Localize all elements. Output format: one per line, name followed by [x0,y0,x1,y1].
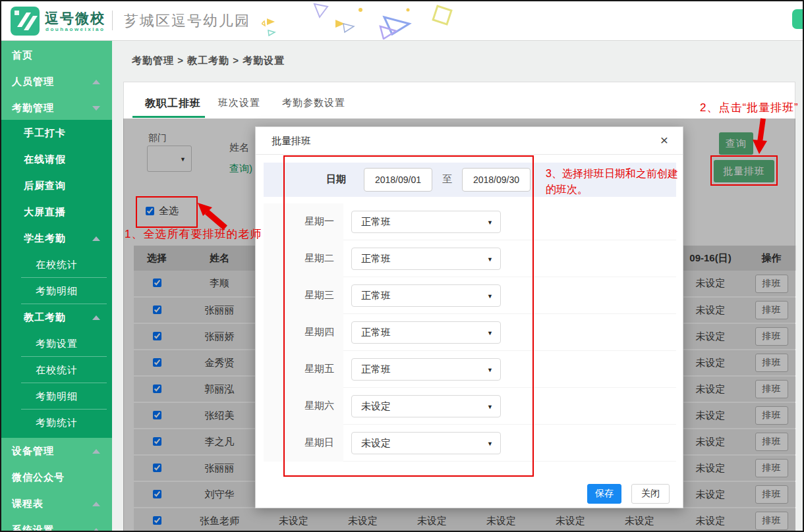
sidebar-item-label: 课程表 [12,498,43,509]
chevron-up-icon [92,528,100,532]
sidebar-item-label: 教工考勤 [24,311,66,323]
sidebar-item-personnel[interactable]: 人员管理 [1,68,112,95]
sidebar-item-student-attendance-detail[interactable]: 考勤明细 [1,278,112,304]
sidebar-submenu: 手工打卡 在线请假 后厨查询 大屏直播 学生考勤 在校统计 考勤明细 教工考勤 … [1,120,112,438]
tab-staff-scheduling[interactable]: 教职工排班 [145,97,201,111]
sidebar-item-staff-attendance-stats[interactable]: 考勤统计 [1,410,112,436]
chevron-up-icon [92,502,100,506]
annotation-step2-text: 2、点击“批量排班” [700,100,799,115]
chevron-up-icon [92,315,100,320]
sidebar-item-staff-onsite-stats[interactable]: 在校统计 [1,357,112,383]
sidebar-item-devices[interactable]: 设备管理 [1,438,112,464]
sidebar-item-home[interactable]: 首页 [1,42,112,68]
sidebar-item-label: 学生考勤 [24,232,66,244]
sidebar-item-staff-attendance-detail[interactable]: 考勤明细 [1,383,112,410]
sidebar-item-label: 在校统计 [36,259,78,270]
sidebar-item-live-screen[interactable]: 大屏直播 [1,199,112,225]
sidebar-item-label: 考勤明细 [36,285,78,296]
sidebar-item-staff-attendance[interactable]: 教工考勤 [1,304,112,331]
sidebar-item-attendance-settings[interactable]: 考勤设置 [1,331,112,357]
annotation-box-batch-button [710,155,778,186]
close-icon[interactable]: × [660,132,668,148]
sidebar-item-label: 人员管理 [12,76,54,87]
sidebar-item-student-onsite-stats[interactable]: 在校统计 [1,252,112,278]
app-window: 逗号微校 douhaoweixiao 芗城区逗号幼儿园 首页 人员管理 考勤管理… [0,0,804,532]
annotation-step3-line1: 3、选择排班日期和之前创建 [546,166,678,182]
annotation-box-select-all [136,196,198,228]
chevron-up-icon [92,236,100,241]
annotation-step1-text: 1、全选所有要排班的老师 [125,226,262,242]
annotation-step3-text: 3、选择排班日期和之前创建 的班次。 [546,166,678,198]
active-tab-underline [132,116,205,118]
brand-logo-subtitle: douhaoweixiao [45,26,105,32]
sidebar-item-label: 微信公众号 [12,471,65,483]
sidebar-item-label: 大屏直播 [24,206,66,217]
user-corner-button[interactable] [792,9,804,29]
sidebar-item-manual-punch[interactable]: 手工打卡 [1,120,112,146]
breadcrumb: 考勤管理 > 教工考勤 > 考勤设置 [132,55,285,67]
sidebar-item-wechat-account[interactable]: 微信公众号 [1,464,112,491]
modal-header: 批量排班 × [256,127,683,155]
brand-logo-icon [11,7,40,36]
sidebar-item-label: 设备管理 [12,445,54,456]
sidebar-item-attendance[interactable]: 考勤管理 [1,95,112,121]
annotation-step3-line2: 的班次。 [546,182,678,198]
brand-logo-title: 逗号微校 [45,9,105,28]
school-name-title: 芗城区逗号幼儿园 [124,11,250,31]
sidebar-item-online-leave[interactable]: 在线请假 [1,146,112,173]
sidebar-item-label: 后厨查询 [24,180,66,191]
sidebar-item-label: 考勤设置 [36,338,78,349]
chevron-up-icon [92,449,100,454]
header-divider [112,11,113,30]
sidebar-item-label: 首页 [12,49,33,61]
decor-shapes [262,1,479,40]
chevron-down-icon [92,106,100,111]
sidebar-item-label: 考勤管理 [12,102,54,113]
sidebar-nav: 首页 人员管理 考勤管理 手工打卡 在线请假 后厨查询 大屏直播 学生考勤 在校… [1,41,112,531]
annotation-arrow-batch [751,117,772,155]
sidebar-item-label: 在校统计 [36,364,78,375]
sidebar-item-label: 考勤明细 [36,390,78,402]
sidebar-item-kitchen-query[interactable]: 后厨查询 [1,173,112,199]
modal-title: 批量排班 [272,135,311,147]
tab-attendance-params[interactable]: 考勤参数设置 [282,97,345,109]
top-header: 逗号微校 douhaoweixiao 芗城区逗号幼儿园 [1,1,803,41]
chevron-up-icon [92,80,100,84]
sidebar-item-label: 手工打卡 [24,127,66,138]
sidebar-item-system-settings[interactable]: 系统设置 [1,517,112,532]
sidebar-item-student-attendance[interactable]: 学生考勤 [1,225,112,252]
close-button[interactable]: 关闭 [631,484,670,504]
tab-shift-settings[interactable]: 班次设置 [218,97,260,109]
annotation-box-modal-fields [283,155,534,477]
sidebar-item-label: 在线请假 [24,153,66,165]
sidebar-item-label: 系统设置 [12,524,54,532]
save-button[interactable]: 保存 [587,484,621,504]
sidebar-item-timetable[interactable]: 课程表 [1,491,112,517]
sidebar-item-label: 考勤统计 [36,417,78,428]
